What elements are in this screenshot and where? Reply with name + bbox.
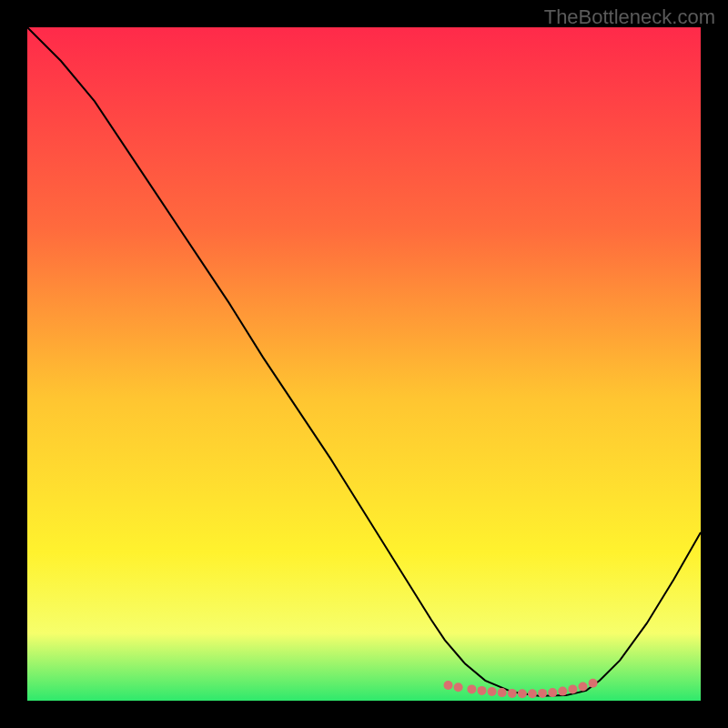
highlight-dot: [518, 689, 527, 698]
highlight-dot: [478, 686, 487, 695]
highlight-dot: [548, 688, 557, 697]
highlight-dot: [454, 682, 463, 692]
highlight-dot: [467, 684, 476, 693]
chart-svg: [27, 27, 701, 701]
highlight-dot: [538, 689, 547, 698]
highlight-dot: [488, 687, 497, 696]
highlight-dot: [568, 684, 577, 693]
highlight-dot: [579, 682, 588, 692]
highlight-dot: [558, 687, 567, 696]
highlight-dot: [498, 688, 507, 697]
watermark-text: TheBottleneck.com: [544, 5, 715, 29]
gradient-background: [27, 27, 701, 701]
highlight-dot: [528, 689, 537, 698]
highlight-dot: [444, 681, 453, 690]
chart-canvas: [27, 27, 701, 701]
highlight-dot: [589, 679, 598, 688]
highlight-dot: [508, 689, 517, 698]
